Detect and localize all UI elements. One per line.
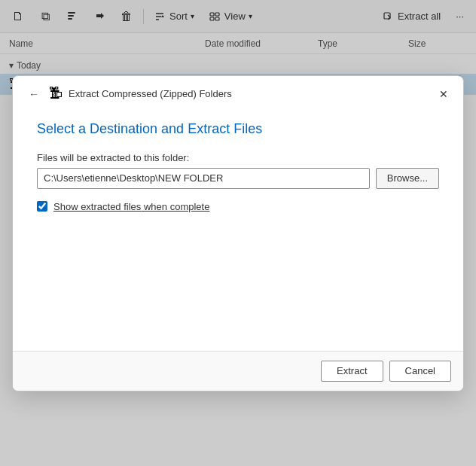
dialog-overlay: ← 🗜 Extract Compressed (Zipped) Folders … [0,0,476,466]
dialog-back-button[interactable]: ← [25,85,43,103]
checkbox-text-before: Show extracted files [53,201,141,212]
extract-button[interactable]: Extract [321,361,383,382]
dialog-close-button[interactable]: ✕ [433,84,454,105]
dialog-footer: Extract Cancel [13,351,463,391]
browse-button[interactable]: Browse... [376,168,439,189]
close-icon: ✕ [439,88,448,100]
path-row: Browse... [37,168,439,189]
explorer-window: 🗋 ⧉ 🗑 Sort [0,0,476,466]
dialog-title-text: Extract Compressed (Zipped) Folders [69,88,232,99]
folder-label: Files will be extracted to this folder: [37,152,439,163]
back-icon: ← [29,88,39,100]
cancel-button[interactable]: Cancel [389,361,451,382]
dialog-body: Select a Destination and Extract Files F… [13,109,463,351]
checkbox-label: Show extracted files when complete [53,201,209,212]
show-files-checkbox[interactable] [37,201,47,212]
dialog-heading: Select a Destination and Extract Files [37,121,439,137]
checkbox-row: Show extracted files when complete [37,201,439,212]
dialog-titlebar: ← 🗜 Extract Compressed (Zipped) Folders … [13,76,463,109]
path-input[interactable] [37,168,370,189]
checkbox-text-link: when complete [141,201,209,212]
dialog-title-icon: 🗜 [49,86,63,102]
extract-dialog: ← 🗜 Extract Compressed (Zipped) Folders … [12,75,464,391]
